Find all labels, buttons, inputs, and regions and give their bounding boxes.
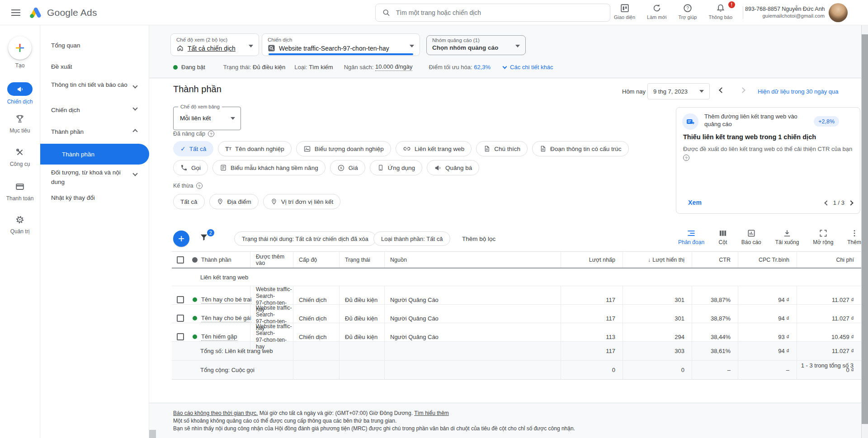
page-footer: Báo cáo không theo thời gian thực. Múi g…	[149, 403, 861, 438]
col-header-cost[interactable]: Chi phí	[797, 252, 861, 268]
refresh-button[interactable]: Làm mới	[647, 3, 666, 20]
realtime-report-link[interactable]: Báo cáo không theo thời gian thực.	[173, 410, 258, 416]
filter-chip-app[interactable]: Ứng dụng	[370, 160, 422, 175]
more-icon	[850, 229, 859, 238]
rail-item-goals[interactable]: Mục tiêu	[0, 114, 40, 134]
sidebar-item-overview[interactable]: Tổng quan	[51, 41, 128, 50]
col-header-component[interactable]: Thành phần	[200, 252, 250, 268]
select-all-checkbox[interactable]	[177, 256, 184, 264]
table-row[interactable]: Tên hay cho bé gái Website traffic-Searc…	[172, 305, 861, 323]
content-status-filter-chip[interactable]: Trạng thái nội dung: Tất cả trừ chiến dị…	[234, 231, 376, 246]
download-button[interactable]: Tải xuống	[775, 229, 799, 245]
filter-chip-location[interactable]: Địa điểm	[209, 194, 259, 209]
filter-chip-call[interactable]: Gọi	[173, 160, 208, 175]
svg-text:?: ?	[686, 6, 689, 11]
filter-chip-sitelink[interactable]: Liên kết trang web	[396, 141, 472, 156]
col-header-status[interactable]: Trạng thái	[339, 252, 384, 268]
sidebar-item-assets[interactable]: Thành phần	[51, 127, 128, 137]
caret-down-icon	[699, 90, 704, 93]
sidebar-item-insights[interactable]: Thông tin chi tiết và báo cáo	[51, 80, 128, 89]
rail-item-billing[interactable]: Thanh toán	[0, 182, 40, 202]
campaign-selector[interactable]: Chiến dịch Website traffic-Search-97-cho…	[262, 33, 420, 56]
account-info[interactable]: 893-768-8857 Nguyễn Đức Anh guiemailchot…	[745, 6, 825, 19]
learn-more-link[interactable]: Tìm hiểu thêm	[414, 410, 449, 416]
row-checkbox[interactable]	[177, 315, 184, 322]
table-row[interactable]: Tên hay cho bé trai Website traffic-Sear…	[172, 286, 861, 305]
report-button[interactable]: Báo cáo	[741, 229, 761, 245]
col-header-level[interactable]: Cấp độ	[293, 252, 339, 268]
filter-chip-affiliate-location[interactable]: Vị trí đơn vị liên kết	[263, 194, 340, 209]
adgroup-selector[interactable]: Nhóm quảng cáo (1) Chọn nhóm quảng cáo	[426, 35, 526, 55]
hamburger-menu-icon[interactable]	[11, 9, 20, 16]
filter-chip-lead-form[interactable]: Biểu mẫu khách hàng tiềm năng	[212, 160, 326, 175]
filter-chip-business-name[interactable]: TTTên doanh nghiệp	[218, 141, 292, 156]
col-header-avg-cpc[interactable]: CPC Tr.bình	[738, 252, 797, 268]
filter-chip-all[interactable]: ✓Tất cả	[173, 141, 213, 156]
row-checkbox[interactable]	[177, 296, 184, 303]
vertical-scrollbar[interactable]	[861, 25, 868, 438]
table-view-mode-select[interactable]: Chế độ xem bảng Mỗi liên kết	[173, 107, 241, 130]
sort-desc-icon: ↓	[648, 257, 651, 263]
segment-button[interactable]: Phân đoạn	[678, 229, 704, 245]
filter-chip-callout[interactable]: Chú thích	[476, 141, 528, 156]
snippet-icon	[539, 145, 547, 152]
rail-item-admin[interactable]: Quản trị	[0, 215, 40, 235]
sidebar-item-change-history[interactable]: Nhật ký thay đổi	[51, 193, 128, 203]
date-next-button[interactable]	[740, 87, 745, 93]
filter-chip-promotion[interactable]: Quảng bá	[427, 160, 479, 175]
col-header-impressions[interactable]: ↓Lượt hiển thị	[623, 252, 692, 268]
global-search[interactable]	[375, 4, 610, 22]
scrollbar-thumb[interactable]	[862, 34, 868, 424]
add-asset-button[interactable]: +	[173, 231, 189, 247]
more-button[interactable]: Thêm	[847, 229, 861, 245]
notifications-button[interactable]: ! Thông báo	[708, 3, 732, 20]
more-details-link[interactable]: Các chi tiết khác	[503, 64, 553, 71]
col-header-added-to[interactable]: Được thêm vào	[250, 252, 293, 268]
add-filter-button[interactable]: Thêm bộ lọc	[462, 235, 495, 242]
status-column-icon	[192, 257, 198, 263]
google-ads-logo: Google Ads	[29, 6, 97, 19]
appearance-button[interactable]: Giao diện	[614, 3, 635, 20]
view-recommendation-link[interactable]: Xem	[688, 199, 702, 206]
upgraded-chip-row-2: Gọi Biểu mẫu khách hàng tiềm năng $Giá Ứ…	[173, 160, 479, 175]
page-title: Thành phần	[173, 84, 222, 94]
table-total-row: Tổng cộng: Cuộc gọi 0 0 – – 0 ₫	[172, 361, 861, 380]
sidebar-item-recommendations[interactable]: Đề xuất	[51, 62, 128, 71]
upgraded-chip-row-1: ✓Tất cả TTTên doanh nghiệp Biểu tượng do…	[173, 141, 629, 156]
date-range-link[interactable]: Hiện dữ liệu trong 30 ngày qua	[758, 88, 839, 95]
tools-icon	[15, 147, 25, 157]
col-header-ctr[interactable]: CTR	[692, 252, 738, 268]
chevron-down-icon	[503, 64, 507, 69]
create-button[interactable]: Tạo	[0, 36, 40, 69]
help-button[interactable]: ? Trợ giúp	[678, 3, 697, 20]
asset-type-filter-chip[interactable]: Loại thành phần: Tất cả	[373, 231, 450, 246]
chevron-right-icon[interactable]	[848, 200, 853, 205]
legacy-chip-row: Tất cả Địa điểm Vị trí đơn vị liên kết	[173, 194, 340, 209]
columns-button[interactable]: Cột	[718, 229, 727, 245]
date-picker[interactable]: 9 thg 7, 2023	[647, 83, 710, 99]
filter-count-badge: 2	[207, 229, 214, 236]
help-circle-icon[interactable]: ?	[683, 155, 689, 161]
col-header-source[interactable]: Nguồn	[384, 252, 561, 268]
date-prev-button[interactable]	[719, 87, 725, 93]
sidebar-item-campaigns[interactable]: Chiến dịch	[51, 105, 128, 115]
chevron-left-icon[interactable]	[824, 200, 829, 205]
avatar[interactable]	[829, 3, 848, 22]
rail-item-campaigns[interactable]: Chiến dịch	[0, 82, 40, 105]
help-circle-icon[interactable]: ?	[208, 131, 214, 137]
filter-chip-structured-snippet[interactable]: Đoạn thông tin có cấu trúc	[532, 141, 629, 156]
sidebar-item-assets-sub-selected[interactable]: Thành phần	[40, 144, 149, 165]
expand-button[interactable]: Mở rộng	[813, 229, 833, 245]
col-header-clicks[interactable]: Lượt nhấp	[561, 252, 623, 268]
search-input[interactable]	[396, 9, 604, 16]
view-selector[interactable]: Chế độ xem (2 bộ lọc) Tất cả chiến dịch	[170, 33, 259, 56]
top-bar: Google Ads Giao diện Làm mới ? Trợ giúp …	[0, 0, 868, 25]
filter-chip-business-logo[interactable]: Biểu tượng doanh nghiệp	[296, 141, 391, 156]
filter-chip-legacy-all[interactable]: Tất cả	[173, 194, 205, 209]
sidebar-item-audiences[interactable]: Đối tượng, từ khoá và nội dung	[51, 168, 128, 187]
rail-item-tools[interactable]: Công cụ	[0, 147, 40, 167]
help-circle-icon[interactable]: ?	[196, 183, 203, 189]
filter-chip-price[interactable]: $Giá	[330, 160, 365, 175]
table-row[interactable]: Tên hiếm gặp Website traffic-Search-97-c…	[172, 323, 861, 342]
row-checkbox[interactable]	[177, 333, 184, 340]
